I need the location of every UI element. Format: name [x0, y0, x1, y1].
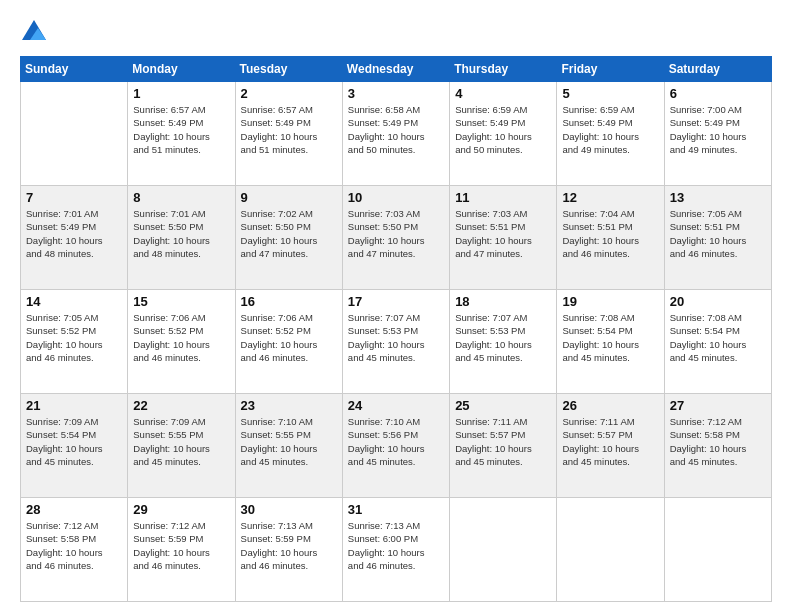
weekday-tuesday: Tuesday	[235, 57, 342, 82]
day-info: Sunrise: 7:00 AM Sunset: 5:49 PM Dayligh…	[670, 103, 766, 156]
day-info: Sunrise: 7:04 AM Sunset: 5:51 PM Dayligh…	[562, 207, 658, 260]
calendar-cell: 5Sunrise: 6:59 AM Sunset: 5:49 PM Daylig…	[557, 82, 664, 186]
calendar-cell: 15Sunrise: 7:06 AM Sunset: 5:52 PM Dayli…	[128, 290, 235, 394]
day-info: Sunrise: 7:08 AM Sunset: 5:54 PM Dayligh…	[670, 311, 766, 364]
calendar-cell: 13Sunrise: 7:05 AM Sunset: 5:51 PM Dayli…	[664, 186, 771, 290]
weekday-monday: Monday	[128, 57, 235, 82]
day-number: 2	[241, 86, 337, 101]
day-info: Sunrise: 7:11 AM Sunset: 5:57 PM Dayligh…	[455, 415, 551, 468]
calendar-cell: 18Sunrise: 7:07 AM Sunset: 5:53 PM Dayli…	[450, 290, 557, 394]
calendar-cell: 2Sunrise: 6:57 AM Sunset: 5:49 PM Daylig…	[235, 82, 342, 186]
day-info: Sunrise: 7:02 AM Sunset: 5:50 PM Dayligh…	[241, 207, 337, 260]
day-info: Sunrise: 7:07 AM Sunset: 5:53 PM Dayligh…	[455, 311, 551, 364]
weekday-friday: Friday	[557, 57, 664, 82]
calendar-cell: 25Sunrise: 7:11 AM Sunset: 5:57 PM Dayli…	[450, 394, 557, 498]
calendar-cell: 12Sunrise: 7:04 AM Sunset: 5:51 PM Dayli…	[557, 186, 664, 290]
calendar-cell: 8Sunrise: 7:01 AM Sunset: 5:50 PM Daylig…	[128, 186, 235, 290]
calendar-cell: 7Sunrise: 7:01 AM Sunset: 5:49 PM Daylig…	[21, 186, 128, 290]
calendar-cell: 27Sunrise: 7:12 AM Sunset: 5:58 PM Dayli…	[664, 394, 771, 498]
calendar-cell: 28Sunrise: 7:12 AM Sunset: 5:58 PM Dayli…	[21, 498, 128, 602]
day-info: Sunrise: 7:09 AM Sunset: 5:54 PM Dayligh…	[26, 415, 122, 468]
calendar-cell: 11Sunrise: 7:03 AM Sunset: 5:51 PM Dayli…	[450, 186, 557, 290]
day-info: Sunrise: 6:57 AM Sunset: 5:49 PM Dayligh…	[133, 103, 229, 156]
calendar-cell: 30Sunrise: 7:13 AM Sunset: 5:59 PM Dayli…	[235, 498, 342, 602]
day-number: 29	[133, 502, 229, 517]
calendar-cell	[557, 498, 664, 602]
day-number: 20	[670, 294, 766, 309]
day-number: 18	[455, 294, 551, 309]
calendar-week-row: 1Sunrise: 6:57 AM Sunset: 5:49 PM Daylig…	[21, 82, 772, 186]
calendar-cell: 14Sunrise: 7:05 AM Sunset: 5:52 PM Dayli…	[21, 290, 128, 394]
day-number: 10	[348, 190, 444, 205]
calendar-cell: 4Sunrise: 6:59 AM Sunset: 5:49 PM Daylig…	[450, 82, 557, 186]
calendar-cell: 23Sunrise: 7:10 AM Sunset: 5:55 PM Dayli…	[235, 394, 342, 498]
calendar-cell: 20Sunrise: 7:08 AM Sunset: 5:54 PM Dayli…	[664, 290, 771, 394]
calendar-week-row: 28Sunrise: 7:12 AM Sunset: 5:58 PM Dayli…	[21, 498, 772, 602]
logo-icon	[20, 18, 48, 46]
weekday-thursday: Thursday	[450, 57, 557, 82]
calendar-table: SundayMondayTuesdayWednesdayThursdayFrid…	[20, 56, 772, 602]
day-number: 26	[562, 398, 658, 413]
calendar-week-row: 7Sunrise: 7:01 AM Sunset: 5:49 PM Daylig…	[21, 186, 772, 290]
weekday-saturday: Saturday	[664, 57, 771, 82]
calendar-cell: 31Sunrise: 7:13 AM Sunset: 6:00 PM Dayli…	[342, 498, 449, 602]
day-number: 27	[670, 398, 766, 413]
day-number: 24	[348, 398, 444, 413]
day-number: 21	[26, 398, 122, 413]
day-info: Sunrise: 6:59 AM Sunset: 5:49 PM Dayligh…	[455, 103, 551, 156]
day-info: Sunrise: 7:06 AM Sunset: 5:52 PM Dayligh…	[133, 311, 229, 364]
day-number: 17	[348, 294, 444, 309]
day-number: 8	[133, 190, 229, 205]
calendar-cell: 24Sunrise: 7:10 AM Sunset: 5:56 PM Dayli…	[342, 394, 449, 498]
day-info: Sunrise: 7:05 AM Sunset: 5:51 PM Dayligh…	[670, 207, 766, 260]
day-number: 22	[133, 398, 229, 413]
calendar-cell: 16Sunrise: 7:06 AM Sunset: 5:52 PM Dayli…	[235, 290, 342, 394]
day-number: 14	[26, 294, 122, 309]
day-info: Sunrise: 6:57 AM Sunset: 5:49 PM Dayligh…	[241, 103, 337, 156]
calendar-cell: 17Sunrise: 7:07 AM Sunset: 5:53 PM Dayli…	[342, 290, 449, 394]
day-number: 15	[133, 294, 229, 309]
calendar-cell: 29Sunrise: 7:12 AM Sunset: 5:59 PM Dayli…	[128, 498, 235, 602]
day-info: Sunrise: 7:11 AM Sunset: 5:57 PM Dayligh…	[562, 415, 658, 468]
day-number: 23	[241, 398, 337, 413]
day-number: 6	[670, 86, 766, 101]
day-number: 13	[670, 190, 766, 205]
calendar-cell: 9Sunrise: 7:02 AM Sunset: 5:50 PM Daylig…	[235, 186, 342, 290]
day-number: 16	[241, 294, 337, 309]
day-info: Sunrise: 6:59 AM Sunset: 5:49 PM Dayligh…	[562, 103, 658, 156]
day-number: 1	[133, 86, 229, 101]
day-number: 31	[348, 502, 444, 517]
day-info: Sunrise: 7:05 AM Sunset: 5:52 PM Dayligh…	[26, 311, 122, 364]
calendar-cell	[21, 82, 128, 186]
day-info: Sunrise: 7:01 AM Sunset: 5:50 PM Dayligh…	[133, 207, 229, 260]
logo	[20, 18, 52, 46]
day-info: Sunrise: 7:03 AM Sunset: 5:50 PM Dayligh…	[348, 207, 444, 260]
day-info: Sunrise: 7:13 AM Sunset: 6:00 PM Dayligh…	[348, 519, 444, 572]
calendar-cell: 22Sunrise: 7:09 AM Sunset: 5:55 PM Dayli…	[128, 394, 235, 498]
day-info: Sunrise: 7:09 AM Sunset: 5:55 PM Dayligh…	[133, 415, 229, 468]
weekday-sunday: Sunday	[21, 57, 128, 82]
header	[20, 18, 772, 46]
day-number: 30	[241, 502, 337, 517]
calendar-cell	[450, 498, 557, 602]
weekday-wednesday: Wednesday	[342, 57, 449, 82]
day-info: Sunrise: 6:58 AM Sunset: 5:49 PM Dayligh…	[348, 103, 444, 156]
day-info: Sunrise: 7:08 AM Sunset: 5:54 PM Dayligh…	[562, 311, 658, 364]
calendar-cell	[664, 498, 771, 602]
day-info: Sunrise: 7:12 AM Sunset: 5:58 PM Dayligh…	[670, 415, 766, 468]
day-number: 4	[455, 86, 551, 101]
day-number: 5	[562, 86, 658, 101]
day-number: 25	[455, 398, 551, 413]
calendar-cell: 6Sunrise: 7:00 AM Sunset: 5:49 PM Daylig…	[664, 82, 771, 186]
calendar-cell: 21Sunrise: 7:09 AM Sunset: 5:54 PM Dayli…	[21, 394, 128, 498]
day-number: 3	[348, 86, 444, 101]
day-number: 7	[26, 190, 122, 205]
weekday-header-row: SundayMondayTuesdayWednesdayThursdayFrid…	[21, 57, 772, 82]
calendar-week-row: 14Sunrise: 7:05 AM Sunset: 5:52 PM Dayli…	[21, 290, 772, 394]
day-info: Sunrise: 7:01 AM Sunset: 5:49 PM Dayligh…	[26, 207, 122, 260]
day-number: 11	[455, 190, 551, 205]
calendar-cell: 10Sunrise: 7:03 AM Sunset: 5:50 PM Dayli…	[342, 186, 449, 290]
day-number: 9	[241, 190, 337, 205]
calendar-cell: 19Sunrise: 7:08 AM Sunset: 5:54 PM Dayli…	[557, 290, 664, 394]
page: SundayMondayTuesdayWednesdayThursdayFrid…	[0, 0, 792, 612]
